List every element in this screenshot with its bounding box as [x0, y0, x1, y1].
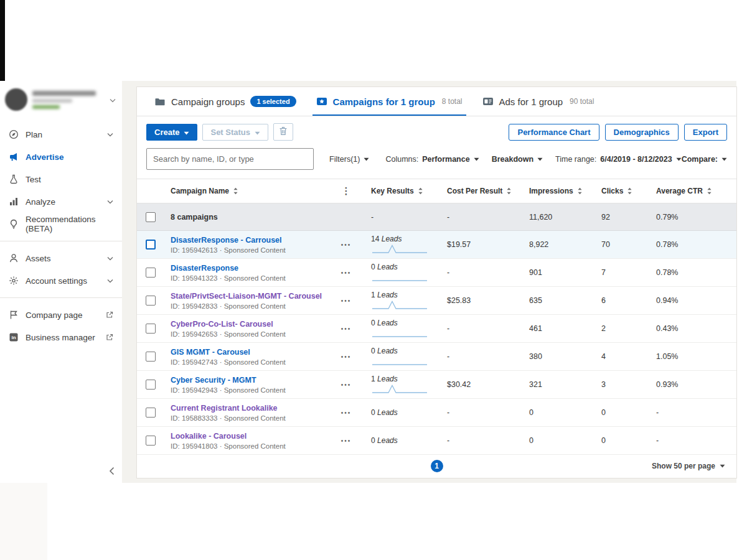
campaign-id-line: ID: 195941803 · Sponsored Content — [171, 442, 324, 450]
toolbar-right: Performance Chart Demographics Export — [509, 124, 727, 141]
table-row[interactable]: DisasterResponseID: 195941323 · Sponsore… — [137, 259, 736, 287]
row-checkbox[interactable] — [146, 296, 156, 306]
sidebar-item-label: Business manager — [26, 333, 95, 342]
header-label: Impressions — [529, 187, 573, 195]
caret-down-icon — [676, 157, 682, 161]
impressions-cell: 901 — [523, 268, 595, 277]
sort-icon[interactable] — [627, 187, 632, 195]
campaign-name-link[interactable]: State/PrivtSect-Liaison-MGMT - Carousel — [171, 292, 324, 301]
sparkline-chart — [371, 356, 428, 366]
gear-icon — [9, 276, 19, 286]
sort-icon[interactable] — [418, 187, 423, 195]
sort-icon[interactable] — [506, 187, 512, 195]
row-checkbox[interactable] — [146, 240, 156, 250]
sidebar-item-advertise[interactable]: Advertise — [0, 146, 122, 168]
performance-chart-button[interactable]: Performance Chart — [509, 124, 599, 141]
breakdown-dropdown[interactable]: Breakdown — [492, 155, 543, 164]
header-cost-per-result: Cost Per Result — [441, 187, 523, 195]
campaign-name-link[interactable]: DisasterResponse - Carrousel — [171, 236, 324, 245]
table-row[interactable]: Cyber Security - MGMTID: 195942943 · Spo… — [137, 371, 736, 399]
table-row[interactable]: Current Registrant LookalikeID: 19588333… — [137, 399, 736, 427]
sparkline-chart — [371, 328, 428, 338]
table-row[interactable]: Lookalike - CarouselID: 195941803 · Spon… — [137, 427, 736, 455]
row-menu-icon[interactable]: ••• — [341, 381, 352, 388]
header-label: Average CTR — [656, 187, 703, 195]
summary-key-results: - — [365, 213, 441, 222]
campaign-name-link[interactable]: Current Registrant Lookalike — [171, 404, 324, 413]
campaign-name-link[interactable]: CyberPro-Co-List- Carousel — [171, 320, 324, 329]
create-button[interactable]: Create — [146, 124, 197, 141]
sidebar-item-assets[interactable]: Assets — [0, 247, 122, 269]
filters-dropdown[interactable]: Filters(1) — [329, 155, 369, 164]
account-switcher[interactable] — [0, 81, 122, 117]
table-row[interactable]: GIS MGMT - CarouselID: 195942743 · Spons… — [137, 343, 736, 371]
sort-icon[interactable] — [707, 187, 712, 195]
impressions-cell: 321 — [523, 380, 595, 389]
key-results-unit: Leads — [377, 347, 398, 355]
tab-campaigns[interactable]: Campaigns for 1 group 8 total — [306, 87, 472, 116]
demographics-button[interactable]: Demographics — [605, 124, 679, 141]
export-button[interactable]: Export — [684, 124, 727, 141]
key-results-unit: Leads — [377, 291, 398, 299]
sort-icon[interactable] — [233, 187, 238, 195]
key-results-value: 0 — [371, 347, 375, 355]
columns-dropdown[interactable]: Columns: Performance — [385, 155, 479, 164]
header-menu-icon[interactable]: ⋮ — [327, 185, 365, 197]
sidebar-collapse-button[interactable] — [109, 467, 115, 475]
campaign-name-link[interactable]: Lookalike - Carousel — [171, 432, 324, 441]
table-row[interactable]: DisasterResponse - CarrouselID: 19594261… — [137, 231, 736, 259]
row-menu-icon[interactable]: ••• — [341, 269, 352, 276]
row-checkbox[interactable] — [146, 324, 156, 334]
caret-down-icon — [721, 157, 727, 161]
sidebar-item-label: Company page — [26, 310, 83, 320]
sidebar-item-company-page[interactable]: Company page — [0, 304, 122, 326]
row-checkbox[interactable] — [146, 380, 156, 390]
compare-label: Compare: — [682, 155, 718, 164]
key-results-value: 0 — [371, 408, 375, 417]
compare-dropdown[interactable]: Compare: — [682, 155, 727, 164]
campaign-name-link[interactable]: DisasterResponse — [171, 264, 324, 273]
filter-bar: Filters(1) Columns: Performance Breakdow… — [137, 146, 736, 179]
time-range-dropdown[interactable]: Time range: 6/4/2019 - 8/12/2023 — [555, 155, 682, 164]
select-all-checkbox[interactable] — [146, 212, 156, 222]
row-menu-icon[interactable]: ••• — [341, 353, 352, 360]
compass-icon — [9, 129, 19, 139]
row-menu-icon[interactable]: ••• — [341, 241, 352, 248]
columns-label: Columns: — [385, 155, 418, 164]
campaign-name-link[interactable]: GIS MGMT - Carousel — [171, 348, 324, 357]
page-1-button[interactable]: 1 — [431, 460, 443, 472]
impressions-cell: 8,922 — [523, 240, 595, 249]
campaigns-card: Campaign groups 1 selected Campaigns for… — [137, 87, 736, 478]
cost-per-result-cell: $19.57 — [441, 240, 523, 249]
delete-button[interactable] — [273, 123, 293, 141]
per-page-dropdown[interactable]: Show 50 per page — [652, 462, 725, 470]
clicks-cell: 0 — [595, 436, 650, 445]
sidebar-item-business-manager[interactable]: inBusiness manager — [0, 326, 122, 348]
row-menu-icon[interactable]: ••• — [341, 297, 352, 304]
sort-icon[interactable] — [577, 187, 583, 195]
row-checkbox[interactable] — [146, 408, 156, 418]
table-row[interactable]: State/PrivtSect-Liaison-MGMT - CarouselI… — [137, 287, 736, 315]
header-clicks: Clicks — [595, 187, 650, 195]
sidebar-item-account-settings[interactable]: Account settings — [0, 269, 122, 292]
row-menu-icon[interactable]: ••• — [341, 437, 352, 444]
tab-campaign-groups[interactable]: Campaign groups 1 selected — [144, 87, 306, 116]
average-ctr-cell: 0.78% — [650, 268, 736, 277]
row-menu-icon[interactable]: ••• — [341, 325, 352, 332]
table-row[interactable]: CyberPro-Co-List- CarouselID: 195942653 … — [137, 315, 736, 343]
sidebar-item-recommendations-beta[interactable]: Recommendations (BETA) — [0, 213, 122, 235]
row-checkbox[interactable] — [146, 352, 156, 362]
sidebar-item-plan[interactable]: Plan — [0, 123, 122, 146]
campaign-name-link[interactable]: Cyber Security - MGMT — [171, 376, 324, 385]
set-status-button[interactable]: Set Status — [202, 124, 268, 141]
row-menu-icon[interactable]: ••• — [341, 409, 352, 416]
lightbulb-icon — [9, 219, 19, 229]
row-checkbox[interactable] — [146, 268, 156, 278]
tab-ads[interactable]: Ads for 1 group 90 total — [472, 87, 604, 116]
flag-icon — [9, 310, 19, 320]
sidebar-item-test[interactable]: Test — [0, 168, 122, 190]
sidebar-item-analyze[interactable]: Analyze — [0, 190, 122, 213]
search-input[interactable] — [146, 148, 314, 170]
impressions-cell: 635 — [523, 296, 595, 305]
row-checkbox[interactable] — [146, 436, 156, 446]
